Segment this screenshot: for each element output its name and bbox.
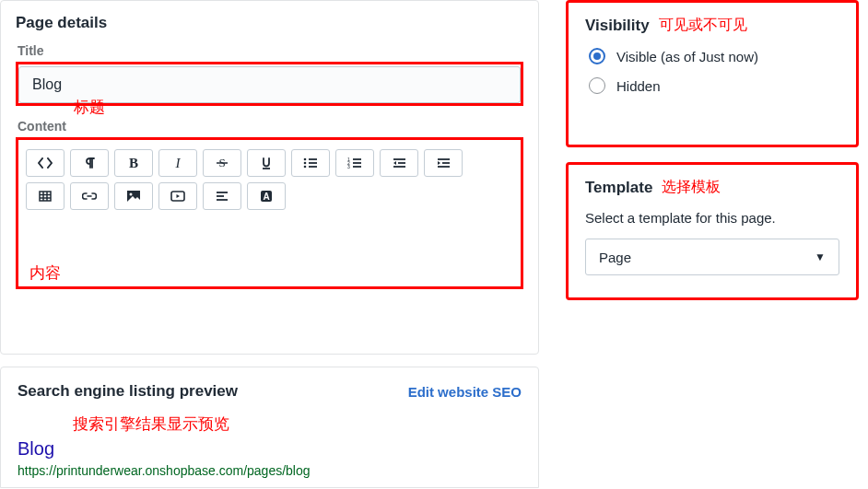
video-icon[interactable]: [158, 182, 197, 210]
visibility-heading: Visibility: [585, 17, 650, 35]
radio-selected-icon: [589, 48, 605, 64]
visibility-annotation: 可见或不可见: [659, 16, 747, 35]
svg-rect-21: [40, 192, 51, 201]
template-card: Template 选择模板 Select a template for this…: [566, 162, 859, 300]
strikethrough-icon[interactable]: S: [203, 149, 241, 177]
visibility-head: Visibility 可见或不可见: [585, 16, 839, 35]
numbered-list-icon[interactable]: 123: [335, 149, 374, 177]
edit-website-seo-link[interactable]: Edit website SEO: [408, 384, 522, 400]
align-icon[interactable]: [203, 182, 241, 210]
text-color-icon[interactable]: A: [247, 182, 286, 210]
template-head: Template 选择模板: [585, 178, 839, 197]
template-annotation: 选择模板: [662, 178, 721, 197]
seo-annotation: 搜索引擎结果显示预览: [73, 413, 522, 435]
seo-head-row: Search engine listing preview Edit websi…: [18, 382, 522, 401]
visibility-option-hidden-label: Hidden: [616, 78, 661, 94]
bullet-list-icon[interactable]: [291, 149, 330, 177]
seo-heading: Search engine listing preview: [18, 382, 238, 401]
radio-unselected-icon: [589, 77, 605, 94]
svg-point-4: [304, 162, 307, 165]
visibility-card: Visibility 可见或不可见 Visible (as of Just no…: [566, 0, 859, 147]
title-input-highlight: [16, 62, 523, 106]
template-description: Select a template for this page.: [585, 210, 839, 226]
visibility-option-visible[interactable]: Visible (as of Just now): [589, 48, 839, 64]
seo-preview-card: Search engine listing preview Edit websi…: [0, 367, 539, 488]
page-details-heading: Page details: [16, 14, 523, 32]
table-icon[interactable]: [26, 182, 65, 210]
content-label: Content: [18, 119, 523, 134]
page-title-input[interactable]: [18, 66, 521, 103]
visibility-option-visible-label: Visible (as of Just now): [616, 49, 758, 64]
svg-point-27: [130, 193, 133, 196]
chevron-down-icon: ▼: [815, 250, 826, 263]
editor-toolbar: B I S 123: [26, 149, 505, 210]
content-editor-highlight: B I S 123: [16, 137, 523, 289]
link-icon[interactable]: [70, 182, 109, 210]
underline-icon[interactable]: [247, 149, 286, 177]
visibility-option-hidden[interactable]: Hidden: [589, 77, 839, 94]
svg-text:3: 3: [347, 164, 350, 169]
paragraph-icon[interactable]: [70, 149, 109, 177]
page-details-card: Page details Title Content B I S: [0, 0, 539, 355]
indent-icon[interactable]: [424, 149, 463, 177]
template-select-value: Page: [599, 250, 631, 265]
outdent-icon[interactable]: [380, 149, 418, 177]
svg-point-3: [304, 158, 307, 161]
image-icon[interactable]: [114, 182, 153, 210]
svg-point-5: [304, 166, 307, 169]
seo-preview-title: Blog: [18, 438, 522, 460]
template-select[interactable]: Page ▼: [585, 239, 839, 275]
svg-text:A: A: [263, 192, 269, 202]
code-view-icon[interactable]: [26, 149, 65, 177]
seo-preview-url: https://printunderwear.onshopbase.com/pa…: [18, 463, 522, 478]
italic-icon[interactable]: I: [158, 149, 197, 177]
bold-icon[interactable]: B: [114, 149, 153, 177]
template-heading: Template: [585, 179, 652, 197]
title-label: Title: [18, 43, 523, 58]
